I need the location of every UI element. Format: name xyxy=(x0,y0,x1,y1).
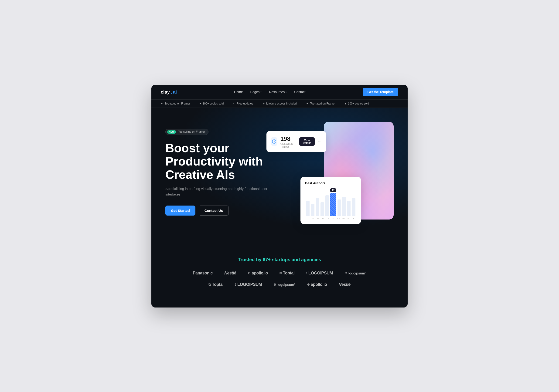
logo: clay.ai xyxy=(161,89,177,95)
get-started-button[interactable]: Get Started xyxy=(165,206,196,216)
navbar: clay.ai Home Pages ▾ Resources ▾ Contact… xyxy=(151,85,408,100)
stat-label: CREATED TODAY xyxy=(280,142,295,148)
nav-home[interactable]: Home xyxy=(234,90,243,94)
hero-buttons: Get Started Contact Us xyxy=(165,206,277,216)
x-axis-label: X xyxy=(352,217,355,219)
chart-bar xyxy=(306,201,309,216)
chart-bar xyxy=(330,193,336,216)
bar-group xyxy=(337,188,341,216)
bar-tooltip: 17 xyxy=(330,188,336,192)
chart-bar xyxy=(325,195,329,216)
x-axis-label: VII xyxy=(336,217,340,219)
hero-section: New Top selling on Framer Boost your Pro… xyxy=(151,108,408,243)
ticker-bar: ★ Top-rated on Framer ♥ 100+ copies sold… xyxy=(151,100,408,108)
bar-group xyxy=(311,188,315,216)
ticker-item: ⊙ Lifetime access included xyxy=(262,102,297,105)
ticker-item: ★ Top-rated on Framer xyxy=(161,102,190,105)
contact-us-button[interactable]: Contact Us xyxy=(199,206,229,216)
hero-left: New Top selling on Framer Boost your Pro… xyxy=(165,122,277,216)
brand-nestle: Nestlé xyxy=(224,271,236,276)
chart-card: Best Authors ··· 17 IIIIIIIVVVIVIIVIIIIX… xyxy=(300,177,361,224)
star-icon: ★ xyxy=(306,102,308,105)
trusted-title: Trusted by 67+ startups and agencies xyxy=(161,257,398,262)
brand-apollo: ⊘apollo.io xyxy=(248,271,268,276)
chart-bar xyxy=(337,200,341,216)
stat-card: 198 CREATED TODAY View Details ··· xyxy=(266,131,326,152)
star-icon: ★ xyxy=(161,102,163,105)
get-template-button[interactable]: Get the Template xyxy=(363,88,398,96)
heart-icon: ♥ xyxy=(345,102,346,105)
stat-clock-icon xyxy=(271,137,277,146)
x-axis-label: V xyxy=(326,217,330,219)
x-axis-label: II xyxy=(311,217,315,219)
brand-logoipsum-1: ⟟LOGOIPSUM xyxy=(306,271,333,276)
chevron-down-icon: ▾ xyxy=(261,91,261,93)
bar-group xyxy=(352,188,355,216)
brand-apollo-2: ⊘apollo.io xyxy=(307,282,327,287)
chart-title: Best Authors xyxy=(305,181,356,185)
stat-number: 198 xyxy=(280,135,295,142)
brand-logo-row-1: Panasonic Nestlé ⊘apollo.io ⧉Toptal ⟟LOG… xyxy=(161,271,398,276)
bar-group xyxy=(316,188,319,216)
nav-pages[interactable]: Pages ▾ xyxy=(250,90,262,94)
hero-right: 198 CREATED TODAY View Details ··· Best … xyxy=(305,122,394,224)
stat-info: 198 CREATED TODAY xyxy=(280,135,295,148)
brand-logo-row-2: ⧉Toptal ⟟LOGOIPSUM ⊕logoipsum° ⊘apollo.i… xyxy=(161,282,398,287)
x-axis-label: VI xyxy=(331,217,335,219)
brand-toptal-1: ⧉Toptal xyxy=(280,271,294,276)
hero-subtext: Specialising in crafting visually stunni… xyxy=(165,186,277,197)
logo-dot: . xyxy=(171,89,172,95)
bar-group xyxy=(342,188,346,216)
badge-description: Top selling on Framer xyxy=(178,130,205,133)
chart-bar xyxy=(352,198,355,216)
brand-nestle-2: Nestlé xyxy=(339,282,351,287)
chart-x-labels: IIIIIIIVVVIVIIVIIIIXX xyxy=(305,217,356,219)
chart-bar xyxy=(347,201,351,216)
ticker-item: ♥ 100+ copies sold xyxy=(199,102,224,105)
brand-panasonic: Panasonic xyxy=(193,271,213,276)
x-axis-label: IV xyxy=(321,217,325,219)
bar-group: 17 xyxy=(330,188,336,216)
bar-group xyxy=(347,188,351,216)
nav-links: Home Pages ▾ Resources ▾ Contact xyxy=(234,90,305,94)
ticker-item: ✓ Free updates xyxy=(233,102,253,105)
browser-frame: clay.ai Home Pages ▾ Resources ▾ Contact… xyxy=(151,85,408,308)
brand-logoipsum-3: ⟟LOGOIPSUM xyxy=(235,282,262,287)
badge-new-label: New xyxy=(167,130,176,134)
logo-text-ai: ai xyxy=(173,89,177,95)
x-axis-label: III xyxy=(316,217,320,219)
hero-heading: Boost your Productivity with Creative AI… xyxy=(165,142,277,182)
x-axis-label: IX xyxy=(347,217,350,219)
nav-resources[interactable]: Resources ▾ xyxy=(269,90,287,94)
hero-badge: New Top selling on Framer xyxy=(165,129,208,135)
trusted-section: Trusted by 67+ startups and agencies Pan… xyxy=(151,243,408,308)
chevron-down-icon: ▾ xyxy=(286,91,287,93)
bar-group xyxy=(306,188,309,216)
chart-bars: 17 xyxy=(305,188,356,216)
ticker-item: ★ Top-rated on Framer xyxy=(306,102,335,105)
heart-icon: ♥ xyxy=(199,102,201,105)
view-details-button[interactable]: View Details xyxy=(299,137,315,146)
x-axis-label: I xyxy=(306,217,310,219)
brand-logoipsum-4: ⊕logoipsum° xyxy=(273,283,295,287)
more-options-icon[interactable]: ··· xyxy=(318,139,321,144)
chart-bar xyxy=(316,198,319,216)
ticker-item: ♥ 100+ copies sold xyxy=(345,102,369,105)
chart-bar xyxy=(342,197,346,216)
chart-more-icon[interactable]: ··· xyxy=(354,181,357,185)
chart-bar xyxy=(311,204,315,216)
x-axis-label: VIII xyxy=(342,217,345,219)
nav-contact[interactable]: Contact xyxy=(294,90,305,94)
check-icon: ✓ xyxy=(233,102,235,105)
chart-area: 17 xyxy=(305,188,356,216)
brand-toptal-2: ⧉Toptal xyxy=(208,282,223,287)
shield-icon: ⊙ xyxy=(262,102,265,105)
chart-bar xyxy=(320,202,324,216)
brand-logoipsum-2: ⊕logoipsum° xyxy=(345,271,366,275)
bar-group xyxy=(325,188,329,216)
logo-text-clay: clay xyxy=(161,89,170,95)
bar-group xyxy=(320,188,324,216)
